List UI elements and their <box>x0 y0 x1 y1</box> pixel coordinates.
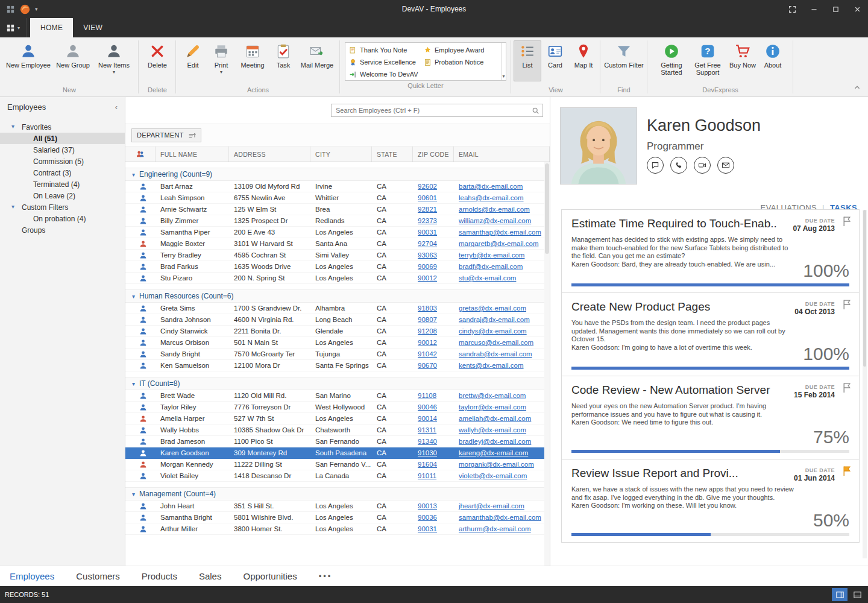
zip-link[interactable]: 90601 <box>418 194 437 201</box>
quick-letter-item-thank-you-note[interactable]: Thank You Note <box>349 44 424 56</box>
fullscreen-button[interactable] <box>781 0 803 18</box>
ribbon-button-list[interactable]: List <box>514 40 541 81</box>
email-link[interactable]: gretas@dx-email.com <box>459 305 526 312</box>
employee-row[interactable]: Morgan Kennedy11222 Dilling StSan Fernan… <box>125 459 550 470</box>
zip-link[interactable]: 91208 <box>418 327 437 335</box>
employee-row[interactable]: Arthur Miller3800 Homer St.Los AngelesCA… <box>125 523 550 535</box>
status-view-list-button[interactable] <box>832 588 848 601</box>
zip-link[interactable]: 91803 <box>418 305 437 312</box>
nav-item-employees[interactable]: Employees <box>10 571 54 581</box>
zip-link[interactable]: 92602 <box>418 183 437 190</box>
ribbon-button-print[interactable]: Print▾ <box>207 40 236 81</box>
email-link[interactable]: samanthab@dx-email.com <box>459 514 541 521</box>
quick-letter-item-probation-notice[interactable]: Probation Notice <box>424 56 501 68</box>
sidebar-item-custom-filters[interactable]: ▾Custom Filters <box>0 201 125 213</box>
nav-item-customers[interactable]: Customers <box>76 571 120 581</box>
employee-row[interactable]: Cindy Stanwick2211 Bonita Dr.GlendaleCA9… <box>125 326 550 337</box>
ribbon-tab-view[interactable]: VIEW <box>73 18 113 37</box>
zip-link[interactable]: 91108 <box>418 392 436 399</box>
ribbon-button-get-free-support[interactable]: ?Get Free Support <box>689 40 726 81</box>
task-card[interactable]: Create New Product PagesDUE DATE04 Oct 2… <box>561 292 860 376</box>
flag-icon[interactable] <box>842 466 852 476</box>
employee-row[interactable]: Ken Samuelson12100 Mora DrSanta Fe Sprin… <box>125 360 550 371</box>
sidebar-item-contract-3[interactable]: Contract (3) <box>0 167 125 178</box>
ribbon-button-map-it[interactable]: Map It <box>569 40 598 81</box>
quick-letter-item-service-excellence[interactable]: Service Excellence <box>349 56 424 68</box>
sidebar-item-commission-5[interactable]: Commission (5) <box>0 156 125 167</box>
ribbon-button-custom-filter[interactable]: Custom Filter <box>602 40 646 81</box>
zip-link[interactable]: 92821 <box>418 206 437 213</box>
column-header-zip-code[interactable]: ZIP CODE <box>413 147 454 162</box>
employee-row[interactable]: John Heart351 S Hill St.Los AngelesCA900… <box>125 500 550 512</box>
employee-row[interactable]: Bart Arnaz13109 Old Myford RdIrvineCA926… <box>125 181 550 192</box>
email-link[interactable]: marcuso@dx-email.com <box>459 339 533 346</box>
employee-row[interactable]: Sandra Johnson4600 N Virginia Rd.Long Be… <box>125 314 550 326</box>
zip-link[interactable]: 90046 <box>418 403 437 411</box>
flag-icon[interactable] <box>842 216 852 227</box>
column-header-state[interactable]: STATE <box>372 147 413 162</box>
maximize-button[interactable] <box>825 0 846 18</box>
sidebar-item-terminated-4[interactable]: Terminated (4) <box>0 178 125 190</box>
email-link[interactable]: wallyh@dx-email.com <box>459 426 526 434</box>
call-button[interactable] <box>670 157 687 174</box>
zip-link[interactable]: 90807 <box>418 316 437 323</box>
zip-link[interactable]: 90670 <box>418 362 437 369</box>
grid-scrollbar[interactable] <box>544 162 550 566</box>
task-card[interactable]: Review Issue Report and Provi...DUE DATE… <box>561 459 860 543</box>
task-card[interactable]: Code Review - New Automation ServerDUE D… <box>561 376 860 459</box>
email-link[interactable]: jheart@dx-email.com <box>459 502 524 510</box>
close-button[interactable] <box>846 0 868 18</box>
ribbon-button-task[interactable]: Task <box>269 40 297 81</box>
group-by-department-chip[interactable]: DEPARTMENT <box>131 128 201 142</box>
employee-row[interactable]: Samantha Bright5801 Wilshire Blvd.Los An… <box>125 512 550 523</box>
email-link[interactable]: margaretb@dx-email.com <box>459 240 538 247</box>
employee-row[interactable]: Amelia Harper527 W 7th StLos AngelesCA90… <box>125 413 550 425</box>
task-card[interactable]: Estimate Time Required to Touch-Enab...D… <box>561 209 860 293</box>
column-header-email[interactable]: EMAIL <box>454 147 550 162</box>
zip-link[interactable]: 93063 <box>418 251 437 259</box>
detail-scrollbar[interactable] <box>863 210 867 558</box>
employee-row[interactable]: Taylor Riley7776 Torreyson DrWest Hollyw… <box>125 402 550 413</box>
nav-item-opportunities[interactable]: Opportunities <box>243 571 297 581</box>
ribbon-button-edit[interactable]: Edit <box>179 40 207 81</box>
sidebar-item-all-51[interactable]: All (51) <box>0 133 125 144</box>
email-link[interactable]: bradf@dx-email.com <box>459 263 523 270</box>
group-row-management-count-4[interactable]: ▾Management (Count=4) <box>125 487 550 500</box>
email-link[interactable]: kents@dx-email.com <box>459 362 524 369</box>
email-link[interactable]: leahs@dx-email.com <box>459 194 524 201</box>
minimize-button[interactable] <box>803 0 825 18</box>
zip-link[interactable]: 91604 <box>418 461 437 468</box>
sidebar-item-salaried-37[interactable]: Salaried (37) <box>0 144 125 156</box>
column-header-city[interactable]: CITY <box>310 147 372 162</box>
email-link[interactable]: taylorr@dx-email.com <box>459 403 526 411</box>
employee-row[interactable]: Samantha Piper200 E Ave 43Los AngelesCA9… <box>125 227 550 238</box>
employee-row[interactable]: Marcus Orbison501 N Main StLos AngelesCA… <box>125 337 550 349</box>
sidebar-item-on-leave-2[interactable]: On Leave (2) <box>0 190 125 201</box>
email-link[interactable]: sandrab@dx-email.com <box>459 350 532 358</box>
titlebar-menu-caret[interactable]: ▾ <box>35 6 38 12</box>
ribbon-button-card[interactable]: Card <box>541 40 569 81</box>
ribbon-button-delete[interactable]: Delete <box>141 40 174 81</box>
sidebar-collapse-button[interactable]: ‹ <box>115 103 118 112</box>
email-link[interactable]: kareng@dx-email.com <box>459 449 528 456</box>
column-header-full-name[interactable]: FULL NAME <box>156 147 229 162</box>
zip-link[interactable]: 91311 <box>418 426 436 434</box>
detail-scrollbar-thumb[interactable] <box>863 210 866 367</box>
email-link[interactable]: sandraj@dx-email.com <box>459 316 530 323</box>
ribbon-button-new-employee[interactable]: New Employee <box>5 40 52 81</box>
flag-icon[interactable] <box>842 299 852 310</box>
zip-link[interactable]: 90031 <box>418 229 437 236</box>
email-link[interactable]: arthurm@dx-email.com <box>459 525 531 532</box>
grid-scrollbar-thumb[interactable] <box>545 163 549 254</box>
email-link[interactable]: violetb@dx-email.com <box>459 472 527 479</box>
quick-letter-item-employee-award[interactable]: Employee Award <box>424 44 501 56</box>
email-link[interactable]: terryb@dx-email.com <box>459 251 524 259</box>
quick-letter-item-welcome-to-devav[interactable]: Welcome To DevAV <box>349 68 424 80</box>
ribbon-collapse-button[interactable] <box>852 83 862 92</box>
employee-row[interactable]: Karen Goodson309 Monterey RdSouth Pasade… <box>125 447 550 459</box>
employee-row[interactable]: Terry Bradley4595 Cochran StSimi ValleyC… <box>125 250 550 261</box>
employee-row[interactable]: Billy Zimmer1325 Prospect DrRedlandsCA92… <box>125 215 550 227</box>
employee-row[interactable]: Sandy Bright7570 McGroarty TerTujungaCA9… <box>125 349 550 360</box>
employee-row[interactable]: Leah Simpson6755 Newlin AveWhittierCA906… <box>125 192 550 204</box>
column-header-people[interactable] <box>125 147 156 162</box>
